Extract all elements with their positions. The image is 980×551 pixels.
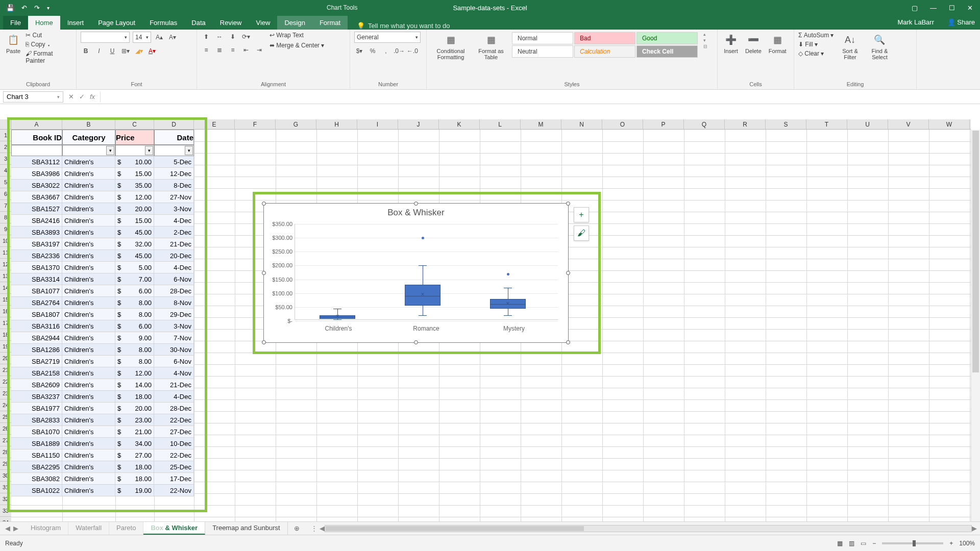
close-icon[interactable]: ✕ — [967, 4, 973, 12]
accounting-format-icon[interactable]: $▾ — [354, 46, 364, 56]
tab-file[interactable]: File — [3, 16, 28, 30]
cell-price[interactable]: $10.00 — [115, 156, 154, 168]
sheet-tab-waterfall[interactable]: Waterfall — [68, 522, 109, 535]
tab-design[interactable]: Design — [277, 16, 312, 30]
cell-category[interactable]: Children's — [62, 262, 115, 273]
cell-date[interactable]: 21-Dec — [154, 238, 194, 250]
style-neutral[interactable]: Neutral — [512, 45, 573, 58]
table-row[interactable]: SBA3112Children's$10.005-Dec — [11, 156, 194, 168]
table-row[interactable]: SBA2609Children's$14.0021-Dec — [11, 379, 194, 391]
cell-date[interactable]: 17-Dec — [154, 473, 194, 485]
align-left-icon[interactable]: ≡ — [201, 45, 211, 55]
row-header-21[interactable]: 21 — [0, 364, 11, 376]
row-header-22[interactable]: 22 — [0, 376, 11, 388]
cell-category[interactable]: Children's — [62, 414, 115, 426]
col-header-B[interactable]: B — [62, 119, 115, 129]
row-header-8[interactable]: 8 — [0, 212, 11, 223]
cell-date[interactable]: 22-Nov — [154, 485, 194, 496]
row-header-6[interactable]: 6 — [0, 188, 11, 200]
cell-book-id[interactable]: SBA2764 — [11, 297, 62, 309]
zoom-out-icon[interactable]: − — [872, 540, 876, 547]
cell-price[interactable]: $15.00 — [115, 215, 154, 227]
table-row[interactable]: SBA2944Children's$9.007-Nov — [11, 332, 194, 344]
cell-price[interactable]: $20.00 — [115, 403, 154, 414]
cell-price[interactable]: $8.00 — [115, 297, 154, 309]
table-row[interactable]: SBA1286Children's$8.0030-Nov — [11, 344, 194, 356]
header-date[interactable]: Date — [154, 130, 194, 145]
cell-date[interactable]: 4-Dec — [154, 262, 194, 273]
horizontal-scrollbar[interactable]: ⋮ ◀ ▶ — [306, 524, 980, 532]
col-header-M[interactable]: M — [521, 119, 561, 129]
cell-book-id[interactable]: SBA3112 — [11, 156, 62, 168]
cell-book-id[interactable]: SBA3116 — [11, 320, 62, 332]
table-row[interactable]: SBA3197Children's$32.0021-Dec — [11, 238, 194, 250]
row-header-17[interactable]: 17 — [0, 317, 11, 329]
font-size-combo[interactable]: 14▾ — [133, 32, 151, 43]
cell-category[interactable]: Children's — [62, 391, 115, 403]
sheet-tab-histogram[interactable]: Histogram — [23, 522, 68, 535]
row-header-18[interactable]: 18 — [0, 329, 11, 341]
undo-icon[interactable]: ↶ — [21, 4, 27, 12]
cell-date[interactable]: 29-Dec — [154, 309, 194, 320]
cell-date[interactable]: 21-Dec — [154, 379, 194, 391]
col-header-A[interactable]: A — [11, 119, 62, 129]
sheet-tab-treemap-sunburst[interactable]: Treemap and Sunburst — [205, 522, 287, 535]
cancel-formula-icon[interactable]: ✕ — [68, 93, 74, 101]
table-row[interactable]: SBA3667Children's$12.0027-Nov — [11, 191, 194, 203]
cell-price[interactable]: $8.00 — [115, 309, 154, 320]
sheet-nav-prev-icon[interactable]: ◀ — [5, 524, 10, 532]
styles-down-icon[interactable]: ▾ — [703, 38, 707, 43]
cell-price[interactable]: $12.00 — [115, 191, 154, 203]
cell-book-id[interactable]: SBA2833 — [11, 414, 62, 426]
merge-center-button[interactable]: ⬌ Merge & Center ▾ — [270, 42, 324, 49]
cell-category[interactable]: Children's — [62, 438, 115, 449]
paste-button[interactable]: 📋 Paste — [4, 32, 22, 55]
row-header-14[interactable]: 14 — [0, 282, 11, 294]
table-row[interactable]: SBA3022Children's$35.008-Dec — [11, 180, 194, 191]
cell-book-id[interactable]: SBA3986 — [11, 168, 62, 180]
cell-book-id[interactable]: SBA3082 — [11, 473, 62, 485]
cell-price[interactable]: $9.00 — [115, 332, 154, 344]
cell-book-id[interactable]: SBA2944 — [11, 332, 62, 344]
cell-category[interactable]: Children's — [62, 473, 115, 485]
cell-date[interactable]: 10-Dec — [154, 438, 194, 449]
cell-book-id[interactable]: SBA2336 — [11, 250, 62, 262]
cell-category[interactable]: Children's — [62, 297, 115, 309]
col-header-U[interactable]: U — [847, 119, 888, 129]
style-normal[interactable]: Normal — [512, 32, 573, 44]
cell-book-id[interactable]: SBA2609 — [11, 379, 62, 391]
cell-category[interactable]: Children's — [62, 320, 115, 332]
col-header-G[interactable]: G — [276, 119, 316, 129]
table-row[interactable]: SBA1150Children's$27.0022-Dec — [11, 449, 194, 461]
row-header-29[interactable]: 29 — [0, 458, 11, 470]
formula-input[interactable] — [100, 91, 980, 103]
col-header-J[interactable]: J — [398, 119, 439, 129]
cell-date[interactable]: 2-Dec — [154, 227, 194, 238]
table-row[interactable]: SBA3237Children's$18.004-Dec — [11, 391, 194, 403]
cell-category[interactable]: Children's — [62, 215, 115, 227]
cell-price[interactable]: $7.00 — [115, 273, 154, 285]
row-header-31[interactable]: 31 — [0, 482, 11, 493]
row-header-28[interactable]: 28 — [0, 446, 11, 458]
font-color-button[interactable]: A▾ — [147, 46, 157, 56]
cell-book-id[interactable]: SBA3197 — [11, 238, 62, 250]
filter-book-id[interactable] — [11, 145, 62, 156]
cell-category[interactable]: Children's — [62, 367, 115, 379]
style-bad[interactable]: Bad — [574, 32, 635, 44]
cell-category[interactable]: Children's — [62, 285, 115, 297]
sheet-tab-pareto[interactable]: Pareto — [109, 522, 143, 535]
align-right-icon[interactable]: ≡ — [228, 45, 238, 55]
row-header-11[interactable]: 11 — [0, 247, 11, 259]
comma-format-icon[interactable]: , — [381, 46, 391, 56]
ribbon-display-icon[interactable]: ▢ — [912, 4, 918, 12]
cell-date[interactable]: 8-Dec — [154, 180, 194, 191]
row-header-27[interactable]: 27 — [0, 435, 11, 446]
fill-color-button[interactable]: ◢▾ — [134, 46, 144, 56]
cell-date[interactable]: 6-Nov — [154, 356, 194, 367]
tab-home[interactable]: Home — [28, 16, 60, 30]
tell-me[interactable]: 💡Tell me what you want to do — [357, 22, 450, 30]
cell-category[interactable]: Children's — [62, 227, 115, 238]
decrease-indent-icon[interactable]: ⇤ — [241, 45, 251, 55]
col-header-N[interactable]: N — [561, 119, 602, 129]
align-bottom-icon[interactable]: ⬇ — [228, 32, 238, 42]
